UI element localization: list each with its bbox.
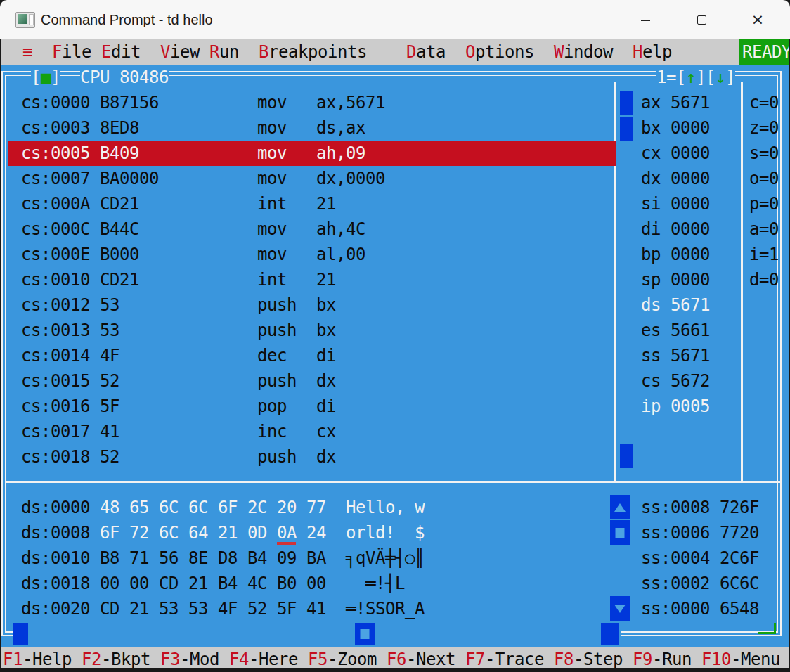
register-dx[interactable]: dx 0000 [641,166,710,191]
icon-pane-white [29,14,34,25]
dump-address[interactable]: ds:0020 [21,596,90,621]
close-button[interactable]: × [735,0,780,39]
disasm-bytes: CD21 [100,191,139,217]
disasm-address[interactable]: cs:0015 [21,368,90,394]
disasm-operands: cx [316,419,336,444]
disasm-bytes: 4F [100,343,119,368]
maximize-icon [697,15,706,25]
flag-p[interactable]: p=0 [749,191,779,217]
flag-o[interactable]: o=0 [749,166,779,191]
flag-d[interactable]: d=0 [749,267,779,292]
flag-z[interactable]: z=0 [749,115,779,141]
disasm-mnemonic: int [257,191,287,217]
dump-bytes[interactable]: 48 65 6C 6C 6F 2C 20 77 [100,495,326,520]
stack-scroll-up-arrow[interactable] [610,495,630,519]
register-bp[interactable]: bp 0000 [641,242,710,267]
disasm-address[interactable]: cs:0012 [21,292,90,318]
menu-item-view[interactable]: View [160,39,200,65]
dump-scroll-right-arrow[interactable] [601,623,619,645]
stack-scroll-thumb[interactable] [610,520,630,545]
disasm-address[interactable]: cs:000A [21,191,90,217]
disasm-operands: di [316,343,336,368]
register-ax[interactable]: ax 5671 [641,90,710,115]
menu-item-help[interactable]: Help [633,39,672,65]
disasm-address[interactable]: cs:000E [21,242,90,267]
register-ss[interactable]: ss 5671 [641,343,710,368]
dump-address[interactable]: ds:0008 [21,520,90,545]
register-es[interactable]: es 5661 [641,318,710,343]
register-ds[interactable]: ds 5671 [641,292,710,318]
disasm-address[interactable]: cs:0017 [21,419,90,444]
dump-scroll-thumb[interactable] [355,623,375,645]
register-cs[interactable]: cs 5672 [641,368,710,394]
dump-bytes[interactable]: CD 21 53 53 4F 52 5F 41 [100,596,326,621]
cpu-window-title: CPU 80486 [80,65,169,90]
disasm-operands: dx,0000 [316,166,385,191]
dump-ascii: ═!┤L [346,571,405,596]
menu-item-[interactable]: ≡ [22,39,32,65]
disasm-mnemonic: pop [257,394,287,419]
disasm-address[interactable]: cs:0013 [21,318,90,343]
bottom-frame-edge [0,668,790,672]
flag-i[interactable]: i=1 [749,242,779,267]
dump-address[interactable]: ds:0018 [21,571,90,596]
stack-entry[interactable]: ss:0000 6548 [641,596,759,621]
disasm-address[interactable]: cs:0000 [21,90,90,115]
down-triangle-icon [614,605,626,613]
disasm-address[interactable]: cs:000C [21,217,90,242]
stack-scroll-down-arrow[interactable] [610,596,630,621]
disasm-address[interactable]: cs:0014 [21,343,90,368]
menu-item-breakpoints[interactable]: Breakpoints [259,39,367,65]
disasm-address[interactable]: cs:0016 [21,394,90,419]
cpu-window-controls[interactable]: 1=[↑][↓] [656,65,735,90]
disasm-scroll-thumb[interactable] [620,117,633,141]
dump-address[interactable]: ds:0010 [21,545,90,571]
up-triangle-icon [614,503,626,512]
dump-bytes[interactable]: B8 71 56 8E D8 B4 09 BA [100,545,326,571]
flag-c[interactable]: c=0 [749,90,779,115]
disasm-operands: 21 [316,267,336,292]
dump-cursor-underline [277,542,296,545]
cpu-window-icon-button[interactable]: [■] [31,65,60,90]
register-si[interactable]: si 0000 [641,191,710,217]
stack-entry[interactable]: ss:0004 2C6F [641,545,759,571]
disasm-address[interactable]: cs:0005 [21,141,90,166]
disasm-bytes: 41 [100,419,119,444]
thumb-square-icon [361,629,370,639]
disasm-bytes: 53 [100,318,119,343]
register-sp[interactable]: sp 0000 [641,267,710,292]
register-cx[interactable]: cx 0000 [641,141,710,166]
menu-item-run[interactable]: Run [209,39,239,65]
disasm-bytes: B87156 [100,90,159,115]
stack-entry[interactable]: ss:0002 6C6C [641,571,759,596]
disasm-scroll-down-arrow[interactable] [620,444,633,468]
flag-a[interactable]: a=0 [749,217,779,242]
stack-entry[interactable]: ss:0008 726F [641,495,759,520]
hscroll-track[interactable] [18,631,621,637]
disasm-address[interactable]: cs:0007 [21,166,90,191]
os-titlebar: Command Prompt - td hello × [0,0,790,39]
menu-item-file[interactable]: File [52,39,91,65]
maximize-button[interactable] [679,0,724,39]
disasm-address[interactable]: cs:0003 [21,115,90,141]
dump-bytes[interactable]: 00 00 CD 21 B4 4C B0 00 [100,571,326,596]
register-bx[interactable]: bx 0000 [641,115,710,141]
divider-code-data [6,481,780,483]
menu-item-window[interactable]: Window [554,39,613,65]
dump-scroll-left-arrow[interactable] [13,623,28,645]
flag-s[interactable]: s=0 [749,141,779,166]
resize-grip-vertical[interactable] [774,623,776,634]
disasm-scroll-up-arrow[interactable] [620,91,633,115]
dump-address[interactable]: ds:0000 [21,495,90,520]
minimize-button[interactable] [623,0,668,39]
disasm-address[interactable]: cs:0010 [21,267,90,292]
menu-item-data[interactable]: Data [406,39,446,65]
register-di[interactable]: di 0000 [641,217,710,242]
disasm-bytes: 53 [100,292,119,318]
current-instruction-highlight [8,141,616,166]
stack-entry[interactable]: ss:0006 7720 [641,520,759,545]
menu-item-edit[interactable]: Edit [101,39,141,65]
menu-item-options[interactable]: Options [465,39,534,65]
disasm-address[interactable]: cs:0018 [21,444,90,470]
register-ip[interactable]: ip 0005 [641,394,710,419]
